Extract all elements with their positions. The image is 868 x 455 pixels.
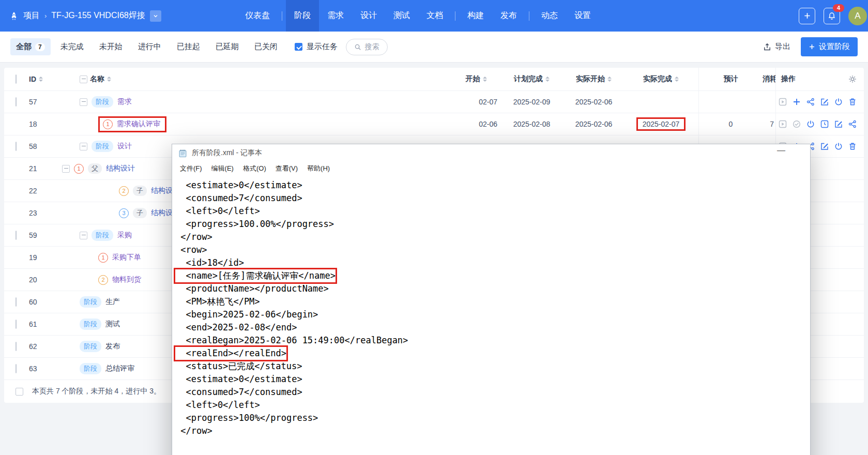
breadcrumb-project[interactable]: TF-JG-155 VHDCI68焊接 [51,10,145,21]
nav-tab[interactable]: 仪表盘 [237,0,278,32]
footer-summary: 本页共 7 个阶段，未开始 4，进行中 3。 [32,387,161,396]
breadcrumb-app[interactable]: 项目 [23,10,40,21]
sort-icon[interactable] [545,77,550,82]
nav-tab[interactable]: 设置 [566,0,599,32]
name-link[interactable]: 设计 [117,142,132,151]
filter-chip[interactable]: 未完成 [55,38,89,55]
row-checkbox[interactable] [16,342,17,351]
nav-tab[interactable]: 设计 [352,0,385,32]
name-link[interactable]: 需求 [117,97,132,107]
column-header-begin: 开始 [453,74,499,84]
notifications-button[interactable]: 4 [824,8,840,24]
gear-icon[interactable] [848,75,857,83]
nav-tab[interactable]: 阶段 [286,0,319,32]
nav-tab[interactable]: 构建 [459,0,492,32]
power-icon[interactable] [834,98,843,106]
menu-item[interactable]: 格式(O) [238,164,271,173]
sort-icon[interactable] [107,77,111,82]
filter-chip[interactable]: 已挂起 [171,38,206,55]
filter-chip[interactable]: 已关闭 [249,38,283,55]
edit-icon[interactable] [820,142,829,150]
nav-tab[interactable]: 需求 [319,0,352,32]
screen: 项目 › TF-JG-155 VHDCI68焊接 仪表盘阶段需求设计测试文档构建… [0,0,868,455]
footer-checkbox[interactable] [16,388,23,396]
name-link[interactable]: 测试 [105,320,120,329]
select-all-checkbox[interactable] [16,74,17,84]
name-link[interactable]: 发布 [105,342,120,351]
collapse-icon[interactable] [80,232,87,239]
name-link[interactable]: 物料到货 [112,275,141,284]
sort-icon[interactable] [607,77,612,82]
name-group: 阶段发布 [80,341,120,352]
plus-icon[interactable] [793,98,801,106]
sequence-number: 3 [119,208,129,218]
power-icon[interactable] [806,120,815,128]
export-icon [763,43,771,51]
name-link[interactable]: 需求确认评审 [117,119,160,129]
name-link[interactable]: 结构设计 [106,164,135,173]
menu-item[interactable]: 文件(F) [175,164,207,173]
header-checkbox-cell [4,75,29,83]
minimize-button[interactable]: — [777,146,785,155]
check-icon[interactable] [793,120,801,128]
trash-icon[interactable] [848,142,857,150]
menu-item[interactable]: 查看(V) [271,164,302,173]
play-icon[interactable] [779,120,787,128]
name-link[interactable]: 采购 [117,231,132,240]
nav-tab[interactable]: 动态 [533,0,566,32]
row-checkbox[interactable] [16,297,17,307]
set-stage-button[interactable]: 设置阶段 [801,37,858,56]
project-switcher[interactable] [150,10,161,22]
collapse-icon[interactable] [80,143,87,150]
show-tasks-checkbox[interactable] [295,43,302,51]
set-stage-label: 设置阶段 [819,42,850,52]
menu-item[interactable]: 帮助(H) [302,164,334,173]
trash-icon[interactable] [848,98,857,106]
collapse-icon[interactable] [62,165,70,173]
row-checkbox[interactable] [16,231,17,240]
nav-tab[interactable]: 文档 [418,0,451,32]
cell-begin: 02-06 [453,120,499,128]
filter-chip[interactable]: 全部7 [10,38,51,55]
sort-icon[interactable] [483,77,487,82]
nav-tab[interactable]: 发布 [492,0,525,32]
clock-icon[interactable] [820,120,829,128]
row-checkbox[interactable] [16,364,17,373]
notification-badge: 4 [833,4,844,12]
collapse-icon[interactable] [80,98,87,106]
edit-icon[interactable] [820,98,829,106]
sort-icon[interactable] [675,77,679,82]
filter-label: 已挂起 [177,42,200,52]
row-checkbox[interactable] [16,320,17,329]
row-id: 62 [29,342,61,351]
collapse-all-icon[interactable] [80,75,87,83]
show-tasks-toggle[interactable]: 显示任务 [295,42,338,52]
chevron-down-icon [153,13,159,19]
filter-chip[interactable]: 已延期 [210,38,245,55]
row-checkbox[interactable] [16,97,17,107]
menu-item[interactable]: 编辑(E) [207,164,238,173]
power-icon[interactable] [834,142,843,150]
avatar[interactable]: A [848,7,867,25]
notepad-titlebar[interactable]: 所有阶段.xml - 记事本 — [172,144,810,162]
name-link[interactable]: 采购下单 [112,253,141,262]
top-navbar: 项目 › TF-JG-155 VHDCI68焊接 仪表盘阶段需求设计测试文档构建… [0,0,868,32]
split-icon[interactable] [848,120,857,128]
filter-chip[interactable]: 未开始 [94,38,128,55]
row-checkbox[interactable] [16,142,17,151]
filter-chip[interactable]: 进行中 [132,38,167,55]
column-label: 预计 [724,74,738,84]
notepad-content[interactable]: <estimate>0</estimate> <consumed>7</cons… [172,175,810,437]
name-group: 阶段测试 [80,318,120,330]
name-link[interactable]: 生产 [105,297,120,307]
sort-icon[interactable] [39,77,43,82]
edit-icon[interactable] [834,120,843,128]
name-link[interactable]: 总结评审 [105,364,134,373]
nav-tab[interactable]: 测试 [385,0,418,32]
name-group: 1采购下单 [98,253,141,263]
create-button[interactable] [799,8,815,24]
search-input[interactable]: 搜索 [346,39,388,55]
play-icon[interactable] [779,98,787,106]
export-button[interactable]: 导出 [763,42,790,52]
split-icon[interactable] [806,98,815,106]
